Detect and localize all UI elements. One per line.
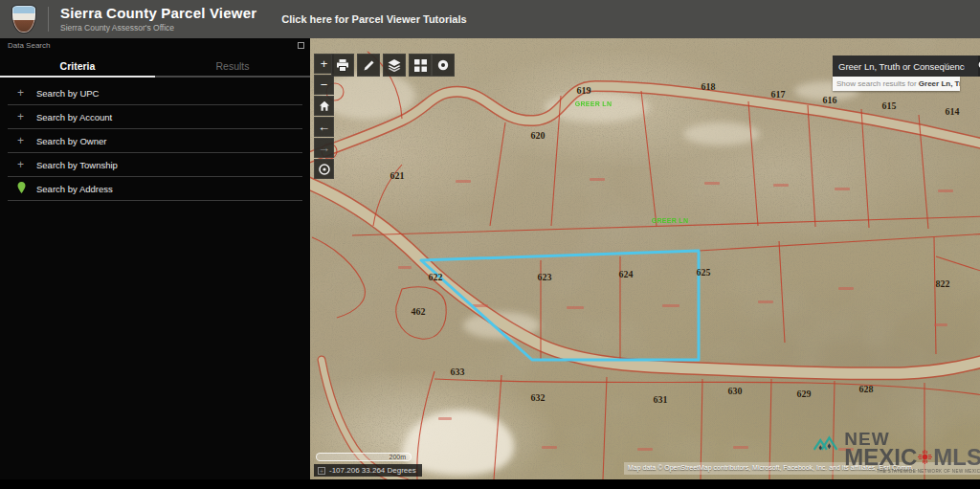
header-divider: [48, 7, 49, 32]
pencil-icon: [363, 59, 375, 72]
map-search-box: ×: [833, 56, 974, 77]
mls-wordmark-mls: MLS: [933, 448, 980, 467]
tab-results[interactable]: Results: [155, 55, 310, 78]
parcel-number-620: 620: [531, 130, 546, 141]
search-input[interactable]: [833, 56, 978, 77]
address-pin-icon: [17, 180, 36, 197]
locate-button[interactable]: [314, 159, 334, 179]
previous-extent-button[interactable]: ←: [314, 117, 334, 137]
app-title: Sierra County Parcel Viewer: [60, 6, 256, 22]
draw-button[interactable]: [357, 54, 380, 77]
parcel-number-616: 616: [823, 95, 837, 105]
layers-button[interactable]: [383, 54, 406, 77]
parcel-number-617: 617: [771, 89, 786, 100]
coordinates-readout: + -107.206 33.264 Degrees: [314, 464, 422, 477]
basemap-gallery-button[interactable]: [409, 54, 432, 77]
map-labels-layer: 6216206196186176166156146226236246258224…: [310, 38, 980, 479]
search-options-list: + Search by UPC + Search by Account + Se…: [0, 81, 310, 201]
parcel-number-628: 628: [859, 384, 874, 394]
nm-mls-watermark: NEW MEXIC MLS: [813, 417, 980, 474]
search-by-township[interactable]: + Search by Township: [8, 153, 302, 177]
parcel-number-632: 632: [531, 392, 546, 403]
coordinate-locate-icon[interactable]: +: [318, 467, 325, 475]
search-by-address[interactable]: Search by Address: [8, 177, 302, 201]
print-button[interactable]: [331, 54, 354, 77]
bottom-black-strip: [0, 479, 980, 489]
next-extent-button[interactable]: →: [314, 138, 334, 158]
road-name-label: GREER LN: [575, 100, 612, 107]
tutorials-link[interactable]: Click here for Parcel Viewer Tutorials: [281, 13, 466, 25]
parcel-number-625: 625: [697, 267, 711, 278]
zia-sun-icon: [918, 450, 932, 464]
print-icon: [336, 59, 349, 72]
plus-icon: +: [17, 110, 36, 123]
scale-bar: 200m: [316, 453, 412, 461]
parcel-number-618: 618: [702, 81, 716, 92]
grid-icon: [414, 59, 427, 72]
app-header: Sierra County Parcel Viewer Sierra Count…: [0, 0, 980, 38]
parcel-number-822: 822: [936, 278, 950, 289]
parcel-number-623: 623: [538, 272, 552, 282]
clear-search-icon[interactable]: ×: [944, 59, 949, 71]
zoom-out-button[interactable]: −: [314, 75, 334, 95]
parcel-number-462: 462: [412, 306, 426, 317]
panel-title: Data Search: [8, 41, 50, 50]
map-view[interactable]: 6216206196186176166156146226236246258224…: [310, 38, 980, 479]
eye-icon: [436, 58, 450, 72]
panel-restore-icon[interactable]: [298, 42, 304, 49]
parcel-number-619: 619: [577, 85, 591, 96]
parcel-number-631: 631: [654, 394, 668, 405]
parcel-number-633: 633: [451, 367, 465, 377]
parcel-number-614: 614: [946, 106, 960, 117]
county-shield-logo: [11, 5, 36, 33]
parcel-number-621: 621: [390, 170, 405, 181]
mls-wordmark-mexico: MEXIC: [844, 448, 917, 467]
parcel-number-622: 622: [429, 272, 443, 282]
tab-criteria[interactable]: Criteria: [0, 55, 155, 78]
mls-tagline: THE STATEWIDE NETWORK OF NEW MEXICO REAL…: [877, 469, 980, 474]
app-subtitle: Sierra County Assessor's Office: [60, 23, 256, 33]
search-suggestion[interactable]: Show search results for Greer Ln, Trut..…: [833, 77, 960, 91]
plus-icon: +: [17, 158, 36, 171]
parcel-number-630: 630: [728, 386, 743, 396]
search-by-account[interactable]: + Search by Account: [8, 105, 302, 129]
home-icon: [319, 100, 330, 112]
locate-icon: [318, 163, 331, 176]
parcel-number-629: 629: [797, 389, 812, 399]
data-search-panel: Data Search Criteria Results + Search by…: [0, 38, 310, 479]
search-by-upc[interactable]: + Search by UPC: [8, 81, 302, 105]
layers-icon: [388, 59, 401, 72]
parcel-number-624: 624: [619, 269, 634, 279]
plus-icon: +: [17, 134, 36, 147]
search-by-owner[interactable]: + Search by Owner: [8, 129, 302, 153]
overview-button[interactable]: [432, 54, 455, 77]
plus-icon: +: [17, 86, 36, 100]
road-name-label: GREER LN: [652, 217, 689, 224]
mls-mountains-icon: [813, 417, 840, 467]
home-button[interactable]: [314, 96, 334, 116]
parcel-number-615: 615: [882, 100, 897, 111]
